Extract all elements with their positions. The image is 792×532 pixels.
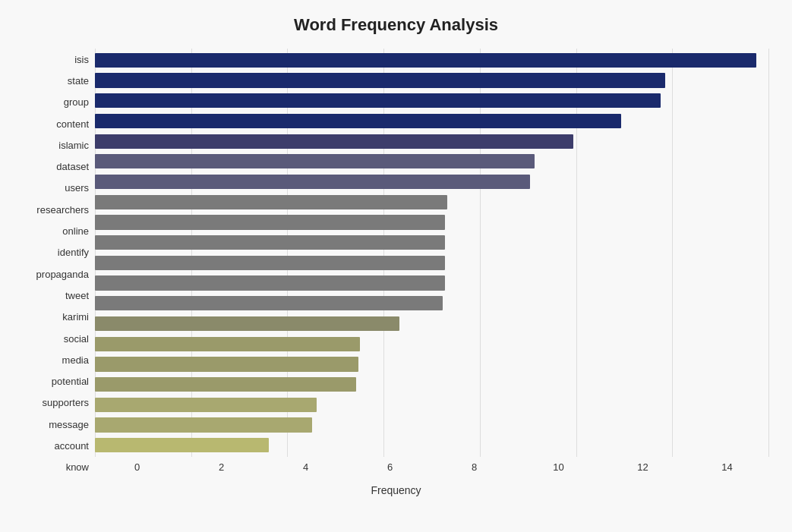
bar-row-islamic xyxy=(95,131,769,152)
bar-row-know xyxy=(95,435,769,455)
y-label-state: state xyxy=(23,76,89,86)
x-tick-0: 0 xyxy=(95,457,179,478)
bar-dataset xyxy=(95,154,535,168)
x-tick-5: 10 xyxy=(516,457,601,478)
y-label-message: message xyxy=(23,420,89,430)
bar-group xyxy=(95,93,661,108)
y-label-islamic: islamic xyxy=(23,140,89,150)
x-axis-labels: 02468101214 xyxy=(95,457,769,478)
x-tick-7: 14 xyxy=(685,457,769,478)
bar-row-researchers xyxy=(95,192,769,212)
bar-karimi xyxy=(95,296,443,310)
x-tick-4: 8 xyxy=(432,457,516,478)
y-label-karimi: karimi xyxy=(23,312,89,322)
bar-message xyxy=(95,398,317,412)
bar-row-propaganda xyxy=(95,253,769,273)
bar-row-supporters xyxy=(95,374,769,395)
bars-wrapper xyxy=(95,49,769,457)
bar-row-content xyxy=(95,111,769,131)
bar-know xyxy=(95,438,269,452)
bar-users xyxy=(95,175,530,189)
bar-row-isis xyxy=(95,50,769,71)
bar-row-karimi xyxy=(95,293,769,313)
bar-row-tweet xyxy=(95,273,769,294)
bar-row-group xyxy=(95,90,769,111)
bar-propaganda xyxy=(95,256,445,270)
chart-title: Word Frequency Analysis xyxy=(23,15,769,35)
y-label-media: media xyxy=(23,355,89,365)
bar-islamic xyxy=(95,134,573,149)
y-label-account: account xyxy=(23,441,89,451)
bar-row-media xyxy=(95,334,769,354)
bar-row-state xyxy=(95,71,769,91)
y-label-group: group xyxy=(23,97,89,107)
x-tick-2: 4 xyxy=(263,457,348,478)
x-tick-3: 6 xyxy=(348,457,432,478)
y-label-know: know xyxy=(23,462,89,472)
bar-row-identify xyxy=(95,232,769,253)
y-axis-labels: isisstategroupcontentislamicdatasetusers… xyxy=(23,49,95,478)
bar-row-users xyxy=(95,172,769,192)
bar-isis xyxy=(95,53,756,68)
y-label-content: content xyxy=(23,119,89,129)
y-label-dataset: dataset xyxy=(23,162,89,172)
bar-row-dataset xyxy=(95,152,769,172)
x-tick-6: 12 xyxy=(601,457,685,478)
y-label-social: social xyxy=(23,334,89,344)
y-label-researchers: researchers xyxy=(23,205,89,215)
bar-supporters xyxy=(95,377,356,392)
bar-account xyxy=(95,417,312,432)
bar-potential xyxy=(95,357,358,371)
y-label-identify: identify xyxy=(23,247,89,257)
bar-content xyxy=(95,114,621,128)
bar-state xyxy=(95,73,665,87)
y-label-potential: potential xyxy=(23,376,89,386)
x-tick-1: 2 xyxy=(179,457,263,478)
bar-media xyxy=(95,337,360,351)
bar-researchers xyxy=(95,195,447,209)
bar-row-potential xyxy=(95,354,769,375)
x-axis-title: Frequency xyxy=(23,484,769,496)
bar-row-message xyxy=(95,395,769,415)
bar-social xyxy=(95,316,399,331)
chart-container: Word Frequency Analysis isisstategroupco… xyxy=(0,0,792,532)
y-label-isis: isis xyxy=(23,55,89,65)
bars-area: 02468101214 xyxy=(95,49,769,478)
bar-online xyxy=(95,215,445,229)
bar-identify xyxy=(95,235,445,250)
y-label-supporters: supporters xyxy=(23,398,89,408)
bar-row-online xyxy=(95,212,769,233)
y-label-online: online xyxy=(23,226,89,236)
y-label-users: users xyxy=(23,183,89,193)
bar-row-social xyxy=(95,313,769,334)
y-label-tweet: tweet xyxy=(23,291,89,301)
y-label-propaganda: propaganda xyxy=(23,269,89,279)
bar-tweet xyxy=(95,275,445,290)
bar-row-account xyxy=(95,415,769,436)
